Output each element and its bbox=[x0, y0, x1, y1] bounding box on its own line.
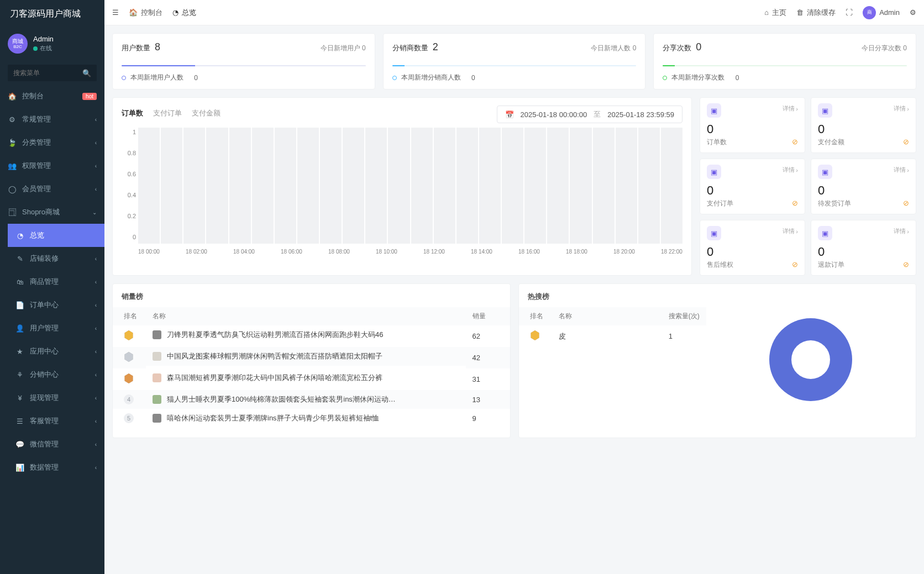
user-status: 在线 bbox=[33, 44, 54, 52]
product-name: 中国风龙图案棒球帽男潮牌休闲鸭舌帽女潮流百搭防晒遮阳太阳帽子 bbox=[167, 351, 382, 361]
tab-paid-orders[interactable]: 支付订单 bbox=[153, 108, 182, 120]
nav-general[interactable]: ⚙常规管理‹ bbox=[0, 108, 104, 131]
bar bbox=[206, 128, 228, 244]
chevron-right-icon: › bbox=[796, 228, 798, 235]
stat-value: 0 bbox=[818, 245, 909, 259]
bar bbox=[138, 128, 160, 244]
table-row[interactable]: 4猫人男士睡衣男夏季100%纯棉薄款圆领套头短袖套装男ins潮休闲运动…13 bbox=[113, 390, 510, 409]
user-menu[interactable]: 商Admin bbox=[863, 6, 900, 19]
detail-link[interactable]: 详情› bbox=[894, 227, 909, 235]
bar bbox=[593, 128, 615, 244]
rank-number: 4 bbox=[124, 394, 134, 404]
stat-icon: ▣ bbox=[707, 165, 721, 179]
nav-dashboard[interactable]: 🏠控制台hot bbox=[0, 85, 104, 108]
search-icon[interactable]: 🔍 bbox=[82, 69, 91, 77]
bar bbox=[229, 128, 251, 244]
dropbox-icon: ⿹ bbox=[8, 208, 17, 217]
stat-users: 用户数量8今日新增用户 0 本周新增用户人数 0 bbox=[112, 33, 375, 89]
btn-fullscreen[interactable]: ⛶ bbox=[846, 8, 853, 17]
chevron-left-icon: ‹ bbox=[95, 395, 97, 401]
expand-icon: ⛶ bbox=[846, 8, 853, 17]
nav-order[interactable]: 📄订单中心‹ bbox=[8, 293, 104, 317]
btn-clear-cache[interactable]: 🗑清除缓存 bbox=[796, 8, 836, 18]
chevron-left-icon: ‹ bbox=[95, 186, 97, 192]
nav: 🏠控制台hot ⚙常规管理‹ 🍃分类管理‹ 👥权限管理‹ ◯会员管理‹ ⿹Sho… bbox=[0, 85, 104, 479]
stat-icon: ▣ bbox=[818, 103, 832, 118]
dashboard-icon: 🏠 bbox=[8, 92, 17, 101]
search-count: 1 bbox=[662, 325, 706, 347]
tab-overview[interactable]: ◔总览 bbox=[172, 8, 196, 18]
nav-member[interactable]: ◯会员管理‹ bbox=[0, 177, 104, 201]
stat-label: 退款订单 bbox=[818, 260, 909, 270]
file-icon: 📄 bbox=[15, 301, 24, 309]
table-row[interactable]: 皮1 bbox=[519, 325, 706, 347]
menu-toggle[interactable]: ☰ bbox=[112, 8, 119, 17]
chevron-left-icon: ‹ bbox=[95, 441, 97, 447]
detail-link[interactable]: 详情› bbox=[783, 227, 798, 235]
user-name: Admin bbox=[33, 35, 54, 43]
stat-label: 订单数 bbox=[707, 138, 798, 147]
leaf-icon: 🍃 bbox=[8, 139, 17, 147]
nav-auth[interactable]: 👥权限管理‹ bbox=[0, 154, 104, 177]
chevron-left-icon: ‹ bbox=[95, 256, 97, 262]
nav-category[interactable]: 🍃分类管理‹ bbox=[0, 131, 104, 154]
rank-medal-icon bbox=[530, 330, 540, 341]
detail-link[interactable]: 详情› bbox=[783, 104, 798, 113]
nav-app[interactable]: ★应用中心‹ bbox=[8, 340, 104, 363]
detail-link[interactable]: 详情› bbox=[894, 104, 909, 113]
nav-data[interactable]: 📊数据管理‹ bbox=[8, 456, 104, 479]
chevron-left-icon: ‹ bbox=[95, 117, 97, 123]
table-row[interactable]: 刀锋男鞋夏季透气防臭飞织运动鞋男潮流百搭休闲网面跑步鞋大码4662 bbox=[113, 325, 510, 347]
detail-link[interactable]: 详情› bbox=[783, 166, 798, 174]
table-row[interactable]: 5嘻哈休闲运动套装男士夏季潮牌ins胖子大码青少年男装短裤短袖t恤9 bbox=[113, 409, 510, 428]
tab-order-count[interactable]: 订单数 bbox=[122, 108, 143, 120]
stat-label: 售后维权 bbox=[707, 260, 798, 270]
date-range-picker[interactable]: 📅 2025-01-18 00:00:00 至 2025-01-18 23:59… bbox=[497, 106, 683, 123]
nav-decorate[interactable]: ✎店铺装修‹ bbox=[8, 247, 104, 270]
nav-overview[interactable]: ◔总览 bbox=[8, 224, 104, 247]
nav-wechat[interactable]: 💬微信管理‹ bbox=[8, 433, 104, 456]
chevron-left-icon: ‹ bbox=[95, 302, 97, 308]
product-thumb bbox=[153, 352, 161, 361]
nav-withdraw[interactable]: ¥提现管理‹ bbox=[8, 386, 104, 409]
chevron-left-icon: ‹ bbox=[95, 465, 97, 471]
bar bbox=[434, 128, 455, 244]
bag-icon: 🛍 bbox=[15, 278, 24, 286]
mini-stat-grid: ▣ 详情› 0 订单数 ⊘▣ 详情› 0 支付金额 ⊘▣ 详情› 0 支付订单 … bbox=[700, 97, 916, 276]
nav-goods[interactable]: 🛍商品管理‹ bbox=[8, 270, 104, 293]
link-home[interactable]: ⌂主页 bbox=[764, 8, 786, 18]
chevron-left-icon: ‹ bbox=[95, 372, 97, 378]
rank-medal-icon bbox=[124, 330, 134, 341]
bar bbox=[547, 128, 569, 244]
stat-icon: ▣ bbox=[818, 226, 832, 240]
stat-shares: 分享次数0今日分享次数 0 本周新增分享次数 0 bbox=[653, 33, 916, 89]
warning-icon: ⊘ bbox=[792, 260, 798, 268]
table-row[interactable]: 中国风龙图案棒球帽男潮牌休闲鸭舌帽女潮流百搭防晒遮阳太阳帽子42 bbox=[113, 347, 510, 368]
tab-amount[interactable]: 支付金额 bbox=[192, 108, 221, 120]
bar bbox=[297, 128, 319, 244]
hot-rank-card: 热搜榜 排名 名称 搜索量(次) 皮1 bbox=[518, 283, 917, 438]
bar bbox=[502, 128, 523, 244]
bar bbox=[570, 128, 591, 244]
nav-distribution[interactable]: ⚘分销中心‹ bbox=[8, 363, 104, 386]
table-row[interactable]: 森马国潮短裤男夏季潮印花大码中国风裤子休闲嘻哈潮流宽松五分裤31 bbox=[113, 368, 510, 390]
bar bbox=[479, 128, 501, 244]
donut-chart bbox=[706, 292, 916, 428]
chevron-right-icon: › bbox=[796, 106, 798, 112]
tab-console[interactable]: 🏠控制台 bbox=[129, 8, 162, 18]
stat-value: 0 bbox=[707, 122, 798, 136]
btn-settings[interactable]: ⚙ bbox=[910, 8, 916, 17]
chevron-left-icon: ‹ bbox=[95, 349, 97, 355]
nav-shopro[interactable]: ⿹Shopro商城⌄ bbox=[0, 201, 104, 224]
calendar-icon: 📅 bbox=[505, 110, 514, 119]
stat-value: 0 bbox=[707, 183, 798, 198]
dashboard-icon: 🏠 bbox=[129, 8, 138, 17]
mini-stat-card: ▣ 详情› 0 订单数 ⊘ bbox=[700, 97, 805, 153]
bar bbox=[638, 128, 660, 244]
bar bbox=[388, 128, 410, 244]
detail-link[interactable]: 详情› bbox=[894, 166, 909, 174]
users-icon: 👥 bbox=[8, 162, 17, 170]
piechart-icon: ◔ bbox=[15, 231, 24, 240]
nav-service[interactable]: ☰客服管理‹ bbox=[8, 409, 104, 433]
nav-user[interactable]: 👤用户管理‹ bbox=[8, 317, 104, 340]
